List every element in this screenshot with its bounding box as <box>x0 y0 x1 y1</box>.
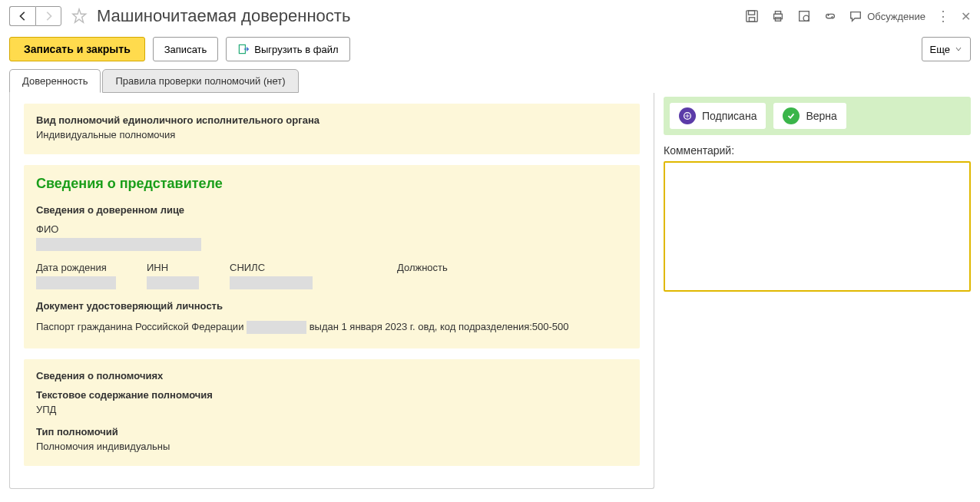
snils-label: СНИЛС <box>230 262 313 273</box>
more-button[interactable]: Еще <box>922 37 971 61</box>
inn-label: ИНН <box>147 262 199 273</box>
page-title: Машиночитаемая доверенность <box>97 6 744 26</box>
birth-value <box>36 276 116 289</box>
nav-back-button[interactable] <box>9 6 35 26</box>
id-doc-heading: Документ удостоверяющий личность <box>36 300 627 312</box>
stamp-icon <box>679 107 696 124</box>
powers-heading: Сведения о полномочиях <box>36 370 627 381</box>
status-signed-label: Подписана <box>702 110 757 122</box>
comment-input[interactable] <box>664 161 971 292</box>
birth-label: Дата рождения <box>36 262 116 273</box>
more-label: Еще <box>930 44 950 55</box>
link-icon[interactable] <box>823 8 838 24</box>
powers-type-value: Полномочия индивидуальны <box>36 441 627 452</box>
svg-point-7 <box>803 15 809 21</box>
print-icon[interactable] <box>770 8 786 24</box>
powers-text-value: УПД <box>36 404 627 415</box>
main-scroll-panel[interactable]: Вид полномочий единоличного исполнительн… <box>9 93 654 489</box>
tab-poa[interactable]: Доверенность <box>9 69 101 93</box>
powers-block: Сведения о полномочиях Текстовое содержа… <box>24 359 640 466</box>
fio-value <box>36 238 201 251</box>
status-valid: Верна <box>773 103 846 129</box>
authority-type-block: Вид полномочий единоличного исполнительн… <box>24 104 640 154</box>
snils-value <box>230 276 313 289</box>
kebab-menu-icon[interactable]: ⋮ <box>936 8 950 25</box>
svg-rect-4 <box>776 12 781 15</box>
discuss-button[interactable]: Обсуждение <box>849 9 925 23</box>
position-label: Должность <box>397 262 448 273</box>
check-icon <box>783 107 800 124</box>
passport-number <box>247 321 306 334</box>
save-close-button[interactable]: Записать и закрыть <box>9 37 145 61</box>
powers-type-heading: Тип полномочий <box>36 426 627 438</box>
status-signed: Подписана <box>670 103 766 129</box>
comment-label: Комментарий: <box>664 144 971 157</box>
inn-value <box>147 276 199 289</box>
status-bar: Подписана Верна <box>664 97 971 135</box>
nav-forward-button[interactable] <box>35 6 61 26</box>
svg-rect-2 <box>750 18 755 21</box>
save-button[interactable]: Записать <box>153 37 219 61</box>
authority-type-heading: Вид полномочий единоличного исполнительн… <box>36 114 627 126</box>
id-doc-text: Паспорт гражданина Российской Федерации … <box>36 319 627 335</box>
representative-block: Сведения о представителе Сведения о дове… <box>24 165 640 348</box>
trustee-heading: Сведения о доверенном лице <box>36 204 627 216</box>
export-label: Выгрузить в файл <box>254 44 338 55</box>
favorite-icon[interactable] <box>69 6 89 26</box>
report-icon[interactable] <box>796 8 812 24</box>
save-icon[interactable] <box>744 8 760 24</box>
tab-rules[interactable]: Правила проверки полномочий (нет) <box>102 69 298 93</box>
status-valid-label: Верна <box>806 110 836 122</box>
export-button[interactable]: Выгрузить в файл <box>226 37 349 61</box>
discuss-label: Обсуждение <box>867 11 925 22</box>
fio-label: ФИО <box>36 223 627 235</box>
authority-type-text: Индивидуальные полномочия <box>36 129 627 140</box>
close-icon[interactable]: ✕ <box>961 9 971 24</box>
representative-title: Сведения о представителе <box>36 176 627 192</box>
svg-rect-1 <box>749 11 755 15</box>
powers-text-heading: Текстовое содержание полномочия <box>36 389 627 401</box>
